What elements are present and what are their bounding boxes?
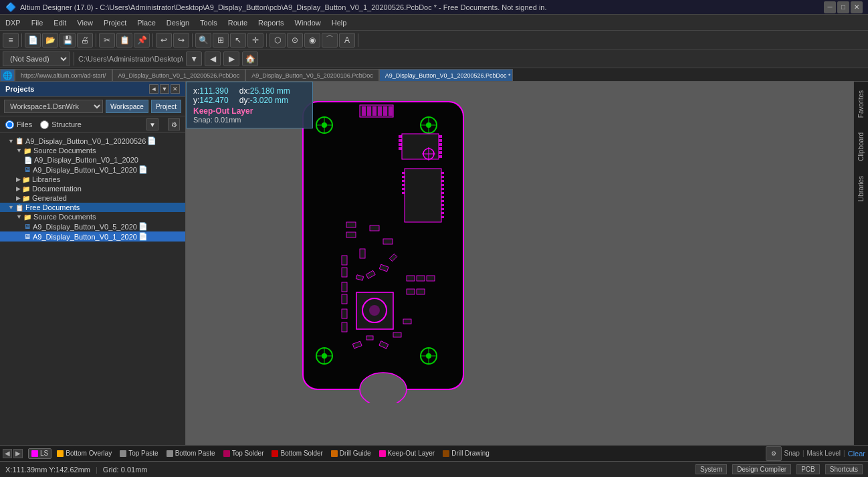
copy-button[interactable]: 📋 (116, 33, 132, 47)
design-compiler-button[interactable]: Design Compiler (732, 464, 791, 474)
paste-button[interactable]: 📌 (134, 33, 150, 47)
libraries-tab[interactable]: Libraries (855, 170, 867, 207)
close-panel-button[interactable]: ✕ (171, 84, 180, 94)
layer-drill-drawing[interactable]: Drill Drawing (440, 448, 492, 459)
zoom-button[interactable]: 🔍 (195, 33, 211, 47)
folder-icon-src1: 📁 (23, 147, 31, 155)
tree-item-documentation[interactable]: ▶ 📁 Documentation (0, 184, 185, 193)
forward-button[interactable]: ▶ (223, 52, 239, 66)
close-button[interactable]: ✕ (851, 1, 863, 13)
maximize-button[interactable]: □ (837, 1, 849, 13)
home-nav-button[interactable]: 🏠 (242, 52, 258, 66)
options-button[interactable]: ⚙ (168, 118, 180, 130)
tree-item-generated[interactable]: ▶ 📁 Generated (0, 193, 185, 203)
tree-item-pcb2[interactable]: 🖥 A9_Display_Button_V0_5_2020 📄 (0, 221, 185, 231)
clipboard-tab[interactable]: Clipboard (855, 126, 867, 167)
svg-rect-55 (346, 222, 356, 227)
menu-item-help[interactable]: Help (326, 15, 352, 31)
save-button[interactable]: 💾 (60, 33, 76, 47)
workspace-dropdown[interactable]: Workspace1.DsnWrk (4, 100, 103, 113)
tab-pcbdoc-3-active[interactable]: A9_Display_Button_V0_1_20200526.PcbDoc * (379, 69, 513, 81)
back-button[interactable]: ◀ (205, 52, 221, 66)
structure-radio-label[interactable]: Structure (40, 120, 82, 129)
text-button[interactable]: A (339, 33, 355, 47)
clear-button[interactable]: Clear (848, 450, 865, 458)
workspace-button[interactable]: Workspace (106, 100, 148, 113)
print-button[interactable]: 🖨 (77, 33, 93, 47)
layer-top-paste[interactable]: Top Paste (117, 448, 160, 459)
open-button[interactable]: 📂 (42, 33, 58, 47)
pad-button[interactable]: ◉ (304, 33, 320, 47)
tab-home[interactable]: 🌐 (0, 69, 15, 81)
menu-panel-button[interactable]: ▼ (160, 84, 169, 94)
tree-item-libraries[interactable]: ▶ 📁 Libraries (0, 175, 185, 184)
nav-right-button[interactable]: ▶ (13, 449, 23, 458)
tree-item-pcb3-selected[interactable]: 🖥 A9_Display_Button_V0_1_2020 📄 (0, 231, 185, 242)
tree-item-free-docs[interactable]: ▼ 📋 Free Documents (0, 203, 185, 212)
layer-ls[interactable]: LS (28, 448, 51, 459)
new-button[interactable]: 📄 (25, 33, 41, 47)
menu-item-dxp[interactable]: DXP (0, 15, 26, 31)
tree-item-sch1[interactable]: 📄 A9_Display_Button_V0_1_2020 (0, 155, 185, 165)
nav-left-button[interactable]: ◀ (3, 449, 12, 458)
tab-pcbdoc-1[interactable]: A9_Display_Button_V0_1_20200526.PcbDoc (112, 69, 246, 81)
layer-drill-guide[interactable]: Drill Guide (328, 448, 374, 459)
menu-item-tools[interactable]: Tools (195, 15, 223, 31)
workspace-row: Workspace1.DsnWrk Workspace Project (0, 97, 185, 116)
track-button[interactable]: ⌒ (322, 33, 338, 47)
nav-arrows: ◀ ▶ (3, 449, 23, 458)
tree-item-source-docs-2[interactable]: ▼ 📁 Source Documents (0, 212, 185, 221)
snap-icon[interactable]: ⚙ (766, 446, 782, 461)
tree-item-source-docs-1[interactable]: ▼ 📁 Source Documents (0, 146, 185, 155)
system-button[interactable]: System (695, 464, 727, 474)
layer-bottom-solder[interactable]: Bottom Solder (269, 448, 325, 459)
menu-item-edit[interactable]: Edit (48, 15, 72, 31)
menu-item-file[interactable]: File (26, 15, 49, 31)
svg-rect-61 (342, 309, 347, 318)
tab-pcbdoc-2[interactable]: A9_Display_Button_V0_5_20200106.PcbDoc (245, 69, 379, 81)
layer-top-solder[interactable]: Top Solder (221, 448, 267, 459)
menu-item-reports[interactable]: Reports (253, 15, 290, 31)
toolbar-separator-3 (152, 33, 153, 47)
tree-item-project1[interactable]: ▼ 📋 A9_Display_Button_V0_1_20200526 📄 (0, 136, 185, 146)
files-radio-label[interactable]: Files (5, 120, 32, 129)
layer-drill-guide-label: Drill Guide (340, 450, 371, 457)
tree-item-pcb1[interactable]: 🖥 A9_Display_Button_V0_1_2020 📄 (0, 165, 185, 175)
menu-item-place[interactable]: Place (132, 15, 161, 31)
cross-button[interactable]: ✛ (247, 33, 263, 47)
project-button[interactable]: Project (151, 100, 181, 113)
menu-item-view[interactable]: View (72, 15, 98, 31)
undo-button[interactable]: ↩ (156, 33, 172, 47)
pcb-icon-2: 🖥 (24, 223, 31, 230)
layer-bottom-overlay[interactable]: Bottom Overlay (54, 448, 114, 459)
structure-radio[interactable] (40, 120, 49, 129)
app-icon: 🔷 (5, 2, 16, 12)
saved-dropdown[interactable]: (Not Saved) (3, 52, 70, 66)
menu-item-project[interactable]: Project (98, 15, 132, 31)
cut-button[interactable]: ✂ (99, 33, 115, 47)
menu-item-window[interactable]: Window (290, 15, 326, 31)
dxp-menu-button[interactable]: ≡ (3, 33, 19, 47)
layer-bottom-paste[interactable]: Bottom Paste (164, 448, 218, 459)
favorites-tab[interactable]: Favorites (855, 84, 867, 124)
redo-button[interactable]: ↪ (173, 33, 189, 47)
files-radio[interactable] (5, 120, 14, 129)
pin-panel-button[interactable]: ◄ (149, 84, 158, 94)
svg-point-3 (322, 122, 327, 128)
path-nav-button[interactable]: ▼ (186, 52, 202, 66)
shortcuts-button[interactable]: Shortcuts (825, 464, 863, 474)
layer-keepout[interactable]: Keep-Out Layer (376, 448, 438, 459)
pcb-button[interactable]: PCB (796, 464, 820, 474)
select-button[interactable]: ↖ (230, 33, 246, 47)
svg-rect-38 (441, 176, 444, 178)
fit-button[interactable]: ⊞ (213, 33, 229, 47)
pcb-canvas[interactable]: x:111.390 dx:25.180 mm y:142.470 dy:-3.0… (186, 82, 853, 445)
route-button[interactable]: ⬡ (269, 33, 286, 47)
libraries-label: Libraries (32, 175, 60, 183)
menu-item-design[interactable]: Design (161, 15, 195, 31)
menu-item-route[interactable]: Route (223, 15, 253, 31)
tab-altium-start[interactable]: https://www.altium.com/ad-start/ (15, 69, 112, 81)
filter-button[interactable]: ▼ (146, 118, 158, 130)
via-button[interactable]: ⊙ (287, 33, 303, 47)
minimize-button[interactable]: ─ (824, 1, 836, 13)
